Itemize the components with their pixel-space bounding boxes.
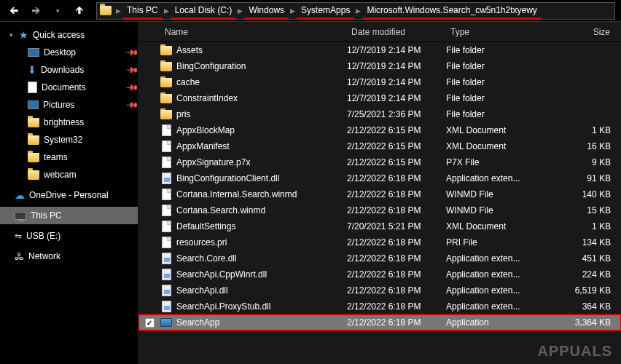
file-name-cell: Cortana.Internal.Search.winmd	[160, 189, 347, 200]
recent-dropdown[interactable]: ▾	[50, 3, 66, 19]
breadcrumb-item[interactable]: This PC	[122, 3, 163, 19]
address-box[interactable]: ▶ This PC▶Local Disk (C:)▶Windows▶System…	[96, 2, 615, 20]
folder-icon	[160, 92, 172, 104]
sidebar-item-label: Downloads	[41, 65, 122, 75]
file-size: 1 KB	[534, 125, 621, 135]
file-icon	[160, 124, 172, 136]
file-date: 12/7/2019 2:14 PM	[347, 93, 446, 103]
file-row[interactable]: AppxSignature.p7x2/12/2022 6:15 PMP7X Fi…	[138, 154, 621, 170]
file-type: Application exten...	[446, 173, 534, 183]
file-size: 16 KB	[534, 141, 621, 151]
chevron-right-icon[interactable]: ▶	[236, 7, 244, 15]
file-name: cache	[176, 77, 200, 87]
breadcrumb-item[interactable]: Microsoft.Windows.Search_cw5n1h2txyewy	[362, 3, 541, 19]
sidebar-quick-access[interactable]: ▾ ★ Quick access	[0, 26, 138, 44]
file-type: P7X File	[446, 157, 534, 167]
chevron-right-icon[interactable]: ▶	[289, 7, 297, 15]
sidebar-onedrive[interactable]: ☁ OneDrive - Personal	[0, 186, 138, 204]
file-row[interactable]: SearchApi.dll2/12/2022 6:18 PMApplicatio…	[138, 282, 621, 298]
file-row[interactable]: resources.pri2/12/2022 6:18 PMPRI File13…	[138, 234, 621, 250]
file-name-cell: Cortana.Search.winmd	[160, 205, 347, 216]
breadcrumb-item[interactable]: SystemApps	[297, 3, 354, 19]
file-icon	[160, 157, 172, 168]
chevron-right-icon[interactable]: ▶	[163, 7, 171, 15]
file-row[interactable]: AppxManifest2/12/2022 6:15 PMXML Documen…	[138, 138, 621, 154]
file-icon	[160, 221, 172, 232]
breadcrumb-item[interactable]: Windows	[244, 3, 289, 19]
sidebar-label: USB (E:)	[26, 231, 138, 241]
file-type: Application exten...	[446, 269, 534, 280]
desktop-icon	[28, 48, 39, 57]
file-name-cell: BingConfiguration	[160, 60, 347, 72]
file-size: 9 KB	[534, 157, 621, 167]
folder-icon	[160, 44, 172, 56]
chevron-down-icon[interactable]: ▾	[7, 31, 15, 39]
file-row[interactable]: BingConfigurationClient.dll2/12/2022 6:1…	[138, 170, 621, 186]
folder-icon	[28, 153, 39, 162]
star-icon: ★	[19, 29, 28, 41]
file-date: 2/12/2022 6:18 PM	[347, 317, 446, 328]
forward-button[interactable]: 🡲	[28, 3, 44, 19]
column-date[interactable]: Date modified	[347, 22, 446, 41]
dll-icon	[160, 173, 172, 184]
sidebar-network[interactable]: 🖧 Network	[0, 248, 138, 265]
usb-icon: ⇋	[15, 231, 22, 241]
folder-icon	[160, 60, 172, 72]
file-row[interactable]: pris7/25/2021 2:36 PMFile folder	[138, 106, 621, 122]
sidebar-label: Network	[28, 251, 138, 261]
row-checkbox-cell[interactable]: ✓	[138, 318, 160, 328]
sidebar-item-label: Desktop	[44, 47, 122, 58]
sidebar-item-label: teams	[44, 152, 138, 162]
file-row[interactable]: Assets12/7/2019 2:14 PMFile folder	[138, 42, 621, 58]
file-row[interactable]: SearchApi.CppWinrt.dll2/12/2022 6:18 PMA…	[138, 266, 621, 282]
up-button[interactable]: 🡱	[71, 3, 87, 19]
file-row[interactable]: Cortana.Search.winmd2/12/2022 6:18 PMWIN…	[138, 202, 621, 218]
pin-icon: 📌	[125, 98, 138, 113]
file-name-cell: AppxBlockMap	[160, 124, 347, 136]
column-name[interactable]: Name	[160, 22, 347, 41]
file-type: XML Document	[446, 221, 534, 232]
file-name: BingConfigurationClient.dll	[176, 173, 279, 183]
file-name-cell: resources.pri	[160, 237, 347, 248]
file-name-cell: SearchApi.dll	[160, 285, 347, 296]
sidebar-item[interactable]: ⬇Downloads📌	[0, 61, 138, 79]
file-name-cell: SearchApp	[160, 317, 347, 328]
chevron-right-icon[interactable]: ▶	[354, 7, 362, 15]
column-type[interactable]: Type	[446, 22, 534, 41]
breadcrumb-item[interactable]: Local Disk (C:)	[171, 3, 237, 19]
sidebar-item[interactable]: System32	[0, 131, 138, 149]
sidebar-this-pc[interactable]: This PC	[0, 207, 138, 224]
file-type: XML Document	[446, 141, 534, 151]
file-date: 12/7/2019 2:14 PM	[347, 61, 446, 71]
file-row[interactable]: BingConfiguration12/7/2019 2:14 PMFile f…	[138, 58, 621, 74]
column-size[interactable]: Size	[534, 22, 621, 41]
checkbox-checked-icon[interactable]: ✓	[145, 318, 155, 328]
file-row[interactable]: ConstraintIndex12/7/2019 2:14 PMFile fol…	[138, 90, 621, 106]
file-name-cell: DefaultSettings	[160, 221, 347, 232]
file-icon	[160, 205, 172, 216]
sidebar-item[interactable]: Pictures📌	[0, 96, 138, 114]
file-row[interactable]: Search.Core.dll2/12/2022 6:18 PMApplicat…	[138, 250, 621, 266]
sidebar-item[interactable]: brightness	[0, 114, 138, 131]
file-row[interactable]: SearchApi.ProxyStub.dll2/12/2022 6:18 PM…	[138, 298, 621, 314]
file-row[interactable]: Cortana.Internal.Search.winmd2/12/2022 6…	[138, 186, 621, 202]
back-button[interactable]: 🡰	[6, 3, 22, 19]
file-row[interactable]: cache12/7/2019 2:14 PMFile folder	[138, 74, 621, 90]
sidebar-item[interactable]: Desktop📌	[0, 44, 138, 61]
chevron-right-icon[interactable]: ▶	[114, 7, 122, 15]
file-row[interactable]: ✓SearchApp2/12/2022 6:18 PMApplication3,…	[138, 314, 621, 331]
file-name: AppxBlockMap	[176, 125, 235, 135]
column-checkbox[interactable]	[138, 22, 160, 41]
sidebar-item[interactable]: Documents📌	[0, 79, 138, 96]
file-type: Application exten...	[446, 301, 534, 312]
file-size: 451 KB	[534, 253, 621, 264]
file-name-cell: SearchApi.ProxyStub.dll	[160, 301, 347, 312]
file-row[interactable]: DefaultSettings7/20/2021 5:21 PMXML Docu…	[138, 218, 621, 234]
file-date: 2/12/2022 6:15 PM	[347, 125, 446, 135]
sidebar-usb[interactable]: ⇋ USB (E:)	[0, 227, 138, 245]
file-row[interactable]: AppxBlockMap2/12/2022 6:15 PMXML Documen…	[138, 122, 621, 138]
sidebar-item[interactable]: webcam	[0, 166, 138, 183]
file-size: 224 KB	[534, 269, 621, 280]
sidebar-item[interactable]: teams	[0, 149, 138, 166]
file-type: File folder	[446, 77, 534, 87]
